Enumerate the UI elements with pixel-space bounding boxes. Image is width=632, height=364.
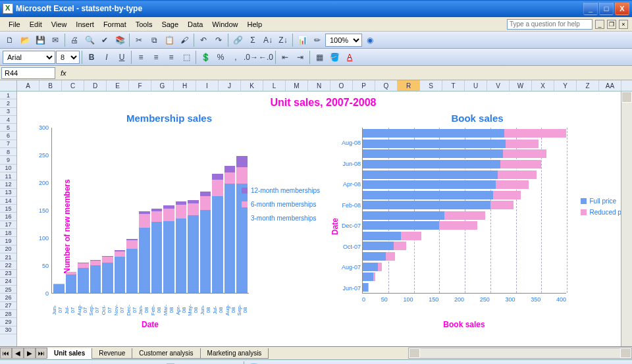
- hyperlink-icon[interactable]: 🔗: [230, 33, 245, 47]
- tab-revenue[interactable]: Revenue: [92, 348, 132, 359]
- undo-icon[interactable]: ↶: [196, 33, 211, 47]
- menu-format[interactable]: Format: [99, 19, 131, 30]
- close-button[interactable]: X: [615, 2, 629, 15]
- col-I[interactable]: I: [196, 80, 219, 91]
- italic-icon[interactable]: I: [99, 50, 114, 65]
- col-S[interactable]: S: [420, 80, 442, 91]
- col-R[interactable]: R: [398, 80, 420, 91]
- font-color-icon[interactable]: A: [342, 50, 357, 65]
- chart-wizard-icon[interactable]: 📊: [295, 33, 309, 47]
- row-15[interactable]: 15: [0, 205, 16, 213]
- save-icon[interactable]: 💾: [33, 33, 47, 47]
- row-23[interactable]: 23: [0, 270, 16, 278]
- preview-icon[interactable]: 🔍: [82, 33, 97, 47]
- autosum-icon[interactable]: Σ: [246, 33, 260, 47]
- row-21[interactable]: 21: [0, 253, 16, 261]
- line-icon[interactable]: ／: [100, 361, 115, 365]
- sort-desc-icon[interactable]: Z↓: [276, 33, 290, 47]
- row-29[interactable]: 29: [0, 318, 16, 326]
- currency-icon[interactable]: 💲: [198, 50, 213, 65]
- paste-icon[interactable]: 📋: [162, 33, 176, 47]
- cut-icon[interactable]: ✂: [132, 33, 146, 47]
- row-12[interactable]: 12: [0, 180, 16, 188]
- clipart-icon[interactable]: 🖼: [211, 361, 225, 365]
- tab-prev-icon[interactable]: ◀: [12, 348, 24, 359]
- tab-marketing-analysis[interactable]: Marketing analysis: [200, 348, 269, 359]
- research-icon[interactable]: 📚: [113, 33, 127, 47]
- line-style-icon[interactable]: ═: [294, 361, 309, 365]
- tab-last-icon[interactable]: ⏭: [36, 348, 47, 359]
- row-19[interactable]: 19: [0, 237, 16, 245]
- font-color2-icon[interactable]: A: [278, 361, 293, 365]
- row-3[interactable]: 3: [0, 108, 16, 116]
- zoom-select[interactable]: 100%: [325, 34, 362, 47]
- menu-view[interactable]: View: [47, 19, 72, 30]
- diagram-icon[interactable]: ⬥: [195, 361, 209, 365]
- dash-style-icon[interactable]: ┄: [310, 361, 325, 365]
- underline-icon[interactable]: U: [115, 50, 129, 65]
- col-V[interactable]: V: [487, 80, 510, 91]
- menu-help[interactable]: Help: [242, 19, 267, 30]
- font-name[interactable]: Arial: [3, 51, 55, 64]
- spell-icon[interactable]: ✔: [97, 33, 112, 47]
- shadow-icon[interactable]: ◪: [342, 361, 356, 365]
- percent-icon[interactable]: %: [213, 50, 228, 65]
- col-D[interactable]: D: [84, 80, 107, 91]
- row-26[interactable]: 26: [0, 294, 16, 301]
- col-AA[interactable]: AA: [599, 80, 621, 91]
- align-center-icon[interactable]: ≡: [149, 50, 163, 65]
- row-18[interactable]: 18: [0, 229, 16, 237]
- format-painter-icon[interactable]: 🖌: [177, 33, 192, 47]
- row-27[interactable]: 27: [0, 302, 16, 310]
- merge-icon[interactable]: ⬚: [179, 50, 194, 65]
- col-P[interactable]: P: [353, 80, 375, 91]
- tab-unit-sales[interactable]: Unit sales: [47, 348, 92, 359]
- col-Q[interactable]: Q: [375, 80, 398, 91]
- col-B[interactable]: B: [40, 80, 62, 91]
- new-icon[interactable]: 🗋: [3, 33, 17, 47]
- maximize-button[interactable]: □: [599, 2, 614, 15]
- select-all[interactable]: [0, 80, 17, 91]
- row-7[interactable]: 7: [0, 140, 16, 148]
- chart-book[interactable]: Book sales Date Jun-07.Aug-07.Oct-07.Dec…: [329, 113, 625, 336]
- row-16[interactable]: 16: [0, 213, 16, 221]
- help-search[interactable]: [507, 19, 592, 30]
- dec-indent-icon[interactable]: ⇤: [278, 50, 292, 65]
- align-right-icon[interactable]: ≡: [164, 50, 178, 65]
- col-T[interactable]: T: [442, 80, 465, 91]
- row-6[interactable]: 6: [0, 132, 16, 140]
- chart-membership[interactable]: Membership sales Number of new members 0…: [21, 113, 317, 336]
- picture-icon[interactable]: 🏞: [226, 361, 241, 365]
- col-G[interactable]: G: [151, 80, 174, 91]
- sort-asc-icon[interactable]: A↓: [261, 33, 275, 47]
- row-2[interactable]: 2: [0, 99, 16, 107]
- col-W[interactable]: W: [510, 80, 532, 91]
- print-icon[interactable]: 🖨: [67, 33, 82, 47]
- menu-edit[interactable]: Edit: [25, 19, 47, 30]
- tab-first-icon[interactable]: ⏮: [0, 348, 12, 359]
- comma-icon[interactable]: ,: [228, 50, 243, 65]
- horizontal-scrollbar[interactable]: [408, 348, 632, 359]
- minimize-button[interactable]: _: [583, 2, 598, 15]
- col-A[interactable]: A: [17, 80, 40, 91]
- col-C[interactable]: C: [62, 80, 84, 91]
- col-J[interactable]: J: [219, 80, 241, 91]
- menu-data[interactable]: Data: [183, 19, 207, 30]
- permission-icon[interactable]: ✉: [48, 33, 63, 47]
- redo-icon[interactable]: ↷: [211, 33, 226, 47]
- col-U[interactable]: U: [465, 80, 487, 91]
- row-14[interactable]: 14: [0, 197, 16, 205]
- fill-icon[interactable]: 🪣: [247, 361, 261, 365]
- row-5[interactable]: 5: [0, 124, 16, 132]
- col-Y[interactable]: Y: [554, 80, 577, 91]
- row-28[interactable]: 28: [0, 310, 16, 318]
- copy-icon[interactable]: ⧉: [147, 33, 161, 47]
- menu-sage[interactable]: Sage: [157, 19, 183, 30]
- drawing-icon[interactable]: ✏: [310, 33, 325, 47]
- row-30[interactable]: 30: [0, 326, 16, 334]
- row-9[interactable]: 9: [0, 156, 16, 164]
- row-8[interactable]: 8: [0, 148, 16, 156]
- col-E[interactable]: E: [107, 80, 129, 91]
- 3d-icon[interactable]: ◫: [357, 361, 372, 365]
- col-O[interactable]: O: [330, 80, 353, 91]
